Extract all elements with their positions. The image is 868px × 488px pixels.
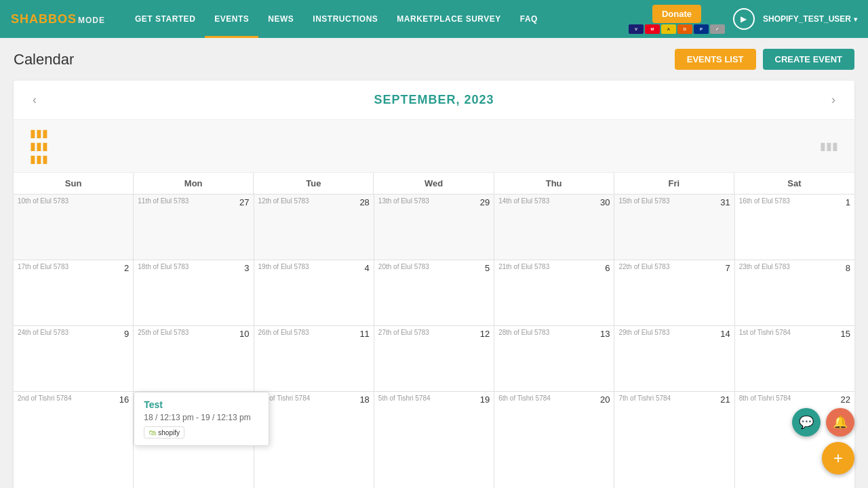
calendar-cell[interactable]: 26th of Elul 578311 [254,326,374,391]
nav-get-started[interactable]: GET STARTED [125,0,205,38]
day-number: 14 [720,329,730,339]
create-event-button[interactable]: CREATE EVENT [763,49,854,70]
calendar-cell[interactable]: 11th of Elul 578327 [134,195,253,260]
calendar-cell[interactable]: 1st of Tishri 578415 [735,326,854,391]
day-number: 6 [605,263,610,273]
hebrew-date: 2nd of Tishri 5784 [18,394,129,403]
calendar-cell[interactable]: 17th of Elul 57832 [14,260,133,325]
shopify-label: shopify [158,429,180,436]
calendar-cell[interactable]: 12th of Elul 578328 [254,195,374,260]
hebrew-date: 23th of Elul 5783 [739,263,850,271]
donate-wrapper: Donate V M A D P ✓ [629,5,725,34]
page-header: Calendar EVENTS LIST CREATE EVENT [14,49,854,70]
day-number: 3 [244,263,249,273]
event-popup-time: 18 / 12:13 pm - 19 / 12:13 pm [144,413,259,422]
hebrew-date: 19th of Elul 5783 [258,263,370,271]
hebrew-date: 28th of Elul 5783 [498,329,610,337]
calendar-cell[interactable]: 28th of Elul 578313 [494,326,614,391]
user-label: SHOPIFY_TEST_USER [763,14,851,24]
calendar-cell[interactable]: 4th of Tishri 578418 [254,392,374,488]
day-header-tue: Tue [254,173,374,194]
calendar-cell[interactable]: 2nd of Tishri 578416 [14,392,133,488]
next-month-button[interactable]: › [826,90,841,110]
hebrew-date: 22th of Elul 5783 [618,263,730,271]
fab-row: 💬 🔔 [792,408,854,436]
day-number: 27 [239,197,249,207]
mastercard-icon: M [645,24,660,34]
hebrew-date: 25th of Elul 5783 [138,329,249,337]
day-number: 4 [365,263,370,273]
day-number: 22 [841,394,850,405]
calendar-cell[interactable]: 25th of Elul 578310 [134,326,253,391]
calendar-card: ‹ SEPTEMBER, 2023 › ▮▮▮▮▮▮▮▮▮ ▮▮▮ Sun Mo… [14,81,854,488]
page-content: Calendar EVENTS LIST CREATE EVENT ‹ SEPT… [0,38,868,488]
prev-month-button[interactable]: ‹ [27,90,42,110]
play-button[interactable]: ▶ [733,8,755,30]
hebrew-date: 8th of Tishri 5784 [739,394,850,403]
donate-button[interactable]: Donate [652,5,701,23]
nav-instructions[interactable]: INSTRUCTIONS [303,0,387,38]
payment-icons: V M A D P ✓ [629,24,725,34]
calendar-cell[interactable]: 29th of Elul 578314 [614,326,734,391]
calendar-cell[interactable]: 10th of Elul 5783 [14,195,133,260]
logo: SHABBOSMODE [11,12,105,26]
day-number: 12 [480,329,490,339]
day-number: 20 [600,394,610,405]
calendar-cell[interactable]: 16th of Elul 57831 [735,195,854,260]
calendar-cell[interactable]: 15th of Elul 578331 [614,195,734,260]
nav-faq[interactable]: FAQ [511,0,547,38]
other-payment-icon: ✓ [710,24,725,34]
day-number: 9 [124,329,129,339]
list-view-icon[interactable]: ▮▮▮ [814,137,844,155]
calendar-cell[interactable]: 6th of Tishri 578420 [494,392,614,488]
calendar-cell[interactable]: 13th of Elul 578329 [374,195,494,260]
day-number: 31 [720,197,730,207]
add-fab-button[interactable]: + [822,442,854,474]
day-number: 5 [485,263,490,273]
chat-fab-button[interactable]: 💬 [792,408,821,436]
day-header-sat: Sat [734,173,854,194]
calendar-cell[interactable]: 20th of Elul 57835 [374,260,494,325]
calendar-cell[interactable]: 24th of Elul 57839 [14,326,133,391]
header: SHABBOSMODE GET STARTED EVENTS NEWS INST… [0,0,868,38]
hebrew-date: 14th of Elul 5783 [498,197,610,205]
bell-fab-button[interactable]: 🔔 [826,408,854,436]
day-number: 15 [841,329,850,339]
event-popup[interactable]: Test18 / 12:13 pm - 19 / 12:13 pm🛍shopif… [134,392,269,446]
hebrew-date: 24th of Elul 5783 [18,329,129,337]
month-nav: ‹ SEPTEMBER, 2023 › [14,81,854,119]
view-toggle-bar: ▮▮▮▮▮▮▮▮▮ ▮▮▮ [14,119,854,173]
calendar-cell[interactable]: 7th of Tishri 578421 [614,392,734,488]
calendar-cell[interactable]: 18th of Elul 57833 [134,260,253,325]
calendar-cell[interactable]: 14th of Elul 578330 [494,195,614,260]
calendar-cell[interactable]: 22th of Elul 57837 [614,260,734,325]
hebrew-date: 15th of Elul 5783 [618,197,730,205]
calendar-cell[interactable]: 19th of Elul 57834 [254,260,374,325]
chevron-down-icon: ▾ [854,16,857,23]
calendar-cell[interactable]: 3rd of Tishri 578417Test18 / 12:13 pm - … [134,392,253,488]
hebrew-date: 5th of Tishri 5784 [378,394,490,403]
shopify-icon: 🛍 [149,428,156,436]
calendar-cell[interactable]: 27th of Elul 578312 [374,326,494,391]
hebrew-date: 16th of Elul 5783 [739,197,850,205]
page-title: Calendar [14,51,74,68]
calendar-grid: 10th of Elul 578311th of Elul 57832712th… [14,195,854,488]
hebrew-date: 27th of Elul 5783 [378,329,490,337]
nav-news[interactable]: NEWS [258,0,303,38]
calendar-cell[interactable]: 5th of Tishri 578419 [374,392,494,488]
header-right: Donate V M A D P ✓ ▶ SHOPIFY_TEST_USER ▾ [629,5,857,34]
events-list-button[interactable]: EVENTS LIST [675,49,756,70]
day-number: 7 [725,263,730,273]
day-number: 30 [600,197,610,207]
day-number: 1 [846,197,850,207]
grid-view-icon[interactable]: ▮▮▮▮▮▮▮▮▮ [24,124,54,168]
calendar-cell[interactable]: 23th of Elul 57838 [735,260,854,325]
hebrew-date: 10th of Elul 5783 [18,197,129,205]
day-header-thu: Thu [494,173,614,194]
nav-events[interactable]: EVENTS [205,0,258,38]
day-header-wed: Wed [374,173,494,194]
calendar-cell[interactable]: 21th of Elul 57836 [494,260,614,325]
hebrew-date: 20th of Elul 5783 [378,263,490,271]
user-menu[interactable]: SHOPIFY_TEST_USER ▾ [763,14,857,24]
nav-marketplace[interactable]: MARKETPLACE SURVEY [387,0,510,38]
